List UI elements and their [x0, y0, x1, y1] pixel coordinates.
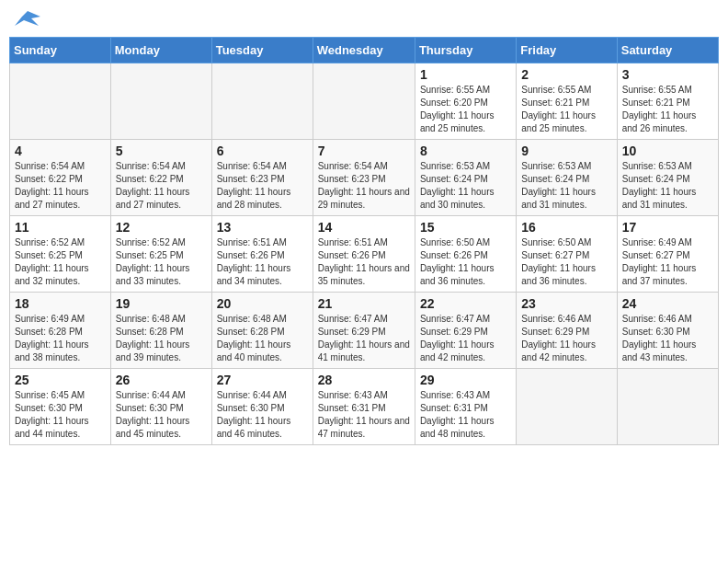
calendar-header-friday: Friday — [517, 38, 617, 63]
calendar-cell: 17Sunrise: 6:49 AM Sunset: 6:27 PM Dayli… — [617, 216, 718, 293]
calendar-cell — [617, 369, 718, 445]
calendar-cell: 9Sunrise: 6:53 AM Sunset: 6:24 PM Daylig… — [517, 140, 617, 216]
calendar-cell: 2Sunrise: 6:55 AM Sunset: 6:21 PM Daylig… — [517, 63, 617, 140]
day-number: 2 — [521, 67, 611, 82]
calendar-cell: 29Sunrise: 6:43 AM Sunset: 6:31 PM Dayli… — [415, 369, 516, 445]
day-info: Sunrise: 6:50 AM Sunset: 6:26 PM Dayligh… — [420, 236, 511, 288]
day-info: Sunrise: 6:46 AM Sunset: 6:30 PM Dayligh… — [622, 313, 713, 364]
day-number: 12 — [116, 220, 207, 235]
calendar-header-sunday: Sunday — [10, 38, 111, 63]
calendar-week-4: 18Sunrise: 6:49 AM Sunset: 6:28 PM Dayli… — [10, 293, 719, 369]
day-number: 7 — [318, 144, 410, 158]
day-info: Sunrise: 6:55 AM Sunset: 6:21 PM Dayligh… — [521, 84, 611, 135]
day-info: Sunrise: 6:52 AM Sunset: 6:25 PM Dayligh… — [15, 236, 106, 288]
logo — [13, 9, 40, 29]
day-info: Sunrise: 6:48 AM Sunset: 6:28 PM Dayligh… — [217, 313, 308, 364]
day-info: Sunrise: 6:51 AM Sunset: 6:26 PM Dayligh… — [217, 236, 308, 288]
day-info: Sunrise: 6:49 AM Sunset: 6:28 PM Dayligh… — [15, 313, 106, 364]
calendar-week-1: 1Sunrise: 6:55 AM Sunset: 6:20 PM Daylig… — [10, 63, 719, 140]
day-number: 4 — [15, 144, 106, 158]
day-info: Sunrise: 6:54 AM Sunset: 6:23 PM Dayligh… — [318, 160, 410, 212]
day-number: 11 — [15, 220, 106, 235]
day-number: 18 — [15, 296, 106, 311]
calendar-cell — [517, 369, 617, 445]
calendar-cell: 18Sunrise: 6:49 AM Sunset: 6:28 PM Dayli… — [10, 293, 111, 369]
day-info: Sunrise: 6:46 AM Sunset: 6:29 PM Dayligh… — [521, 313, 611, 364]
calendar-cell — [10, 63, 111, 140]
calendar-cell: 22Sunrise: 6:47 AM Sunset: 6:29 PM Dayli… — [415, 293, 516, 369]
day-number: 20 — [217, 296, 308, 311]
calendar-cell: 24Sunrise: 6:46 AM Sunset: 6:30 PM Dayli… — [617, 293, 718, 369]
day-info: Sunrise: 6:53 AM Sunset: 6:24 PM Dayligh… — [420, 160, 511, 212]
calendar-cell: 8Sunrise: 6:53 AM Sunset: 6:24 PM Daylig… — [415, 140, 516, 216]
day-info: Sunrise: 6:44 AM Sunset: 6:30 PM Dayligh… — [116, 389, 207, 441]
day-number: 3 — [622, 67, 713, 82]
calendar-body: 1Sunrise: 6:55 AM Sunset: 6:20 PM Daylig… — [10, 63, 719, 445]
day-number: 29 — [420, 373, 511, 387]
day-number: 6 — [217, 144, 308, 158]
day-number: 8 — [420, 144, 511, 158]
calendar-cell — [313, 63, 415, 140]
day-number: 15 — [420, 220, 511, 235]
calendar-cell — [110, 63, 211, 140]
calendar-cell: 19Sunrise: 6:48 AM Sunset: 6:28 PM Dayli… — [110, 293, 211, 369]
day-info: Sunrise: 6:49 AM Sunset: 6:27 PM Dayligh… — [622, 236, 713, 288]
day-number: 14 — [318, 220, 410, 235]
day-info: Sunrise: 6:45 AM Sunset: 6:30 PM Dayligh… — [15, 389, 106, 441]
day-number: 24 — [622, 296, 713, 311]
calendar-cell: 25Sunrise: 6:45 AM Sunset: 6:30 PM Dayli… — [10, 369, 111, 445]
calendar-cell: 20Sunrise: 6:48 AM Sunset: 6:28 PM Dayli… — [211, 293, 313, 369]
calendar-cell: 12Sunrise: 6:52 AM Sunset: 6:25 PM Dayli… — [110, 216, 211, 293]
calendar-cell: 6Sunrise: 6:54 AM Sunset: 6:23 PM Daylig… — [211, 140, 313, 216]
day-info: Sunrise: 6:54 AM Sunset: 6:22 PM Dayligh… — [116, 160, 207, 212]
day-number: 28 — [318, 373, 410, 387]
day-info: Sunrise: 6:55 AM Sunset: 6:21 PM Dayligh… — [622, 84, 713, 135]
day-info: Sunrise: 6:50 AM Sunset: 6:27 PM Dayligh… — [521, 236, 611, 288]
day-number: 27 — [217, 373, 308, 387]
day-info: Sunrise: 6:55 AM Sunset: 6:20 PM Dayligh… — [420, 84, 511, 135]
calendar-cell — [211, 63, 313, 140]
day-number: 26 — [116, 373, 207, 387]
day-number: 9 — [521, 144, 611, 158]
calendar-week-3: 11Sunrise: 6:52 AM Sunset: 6:25 PM Dayli… — [10, 216, 719, 293]
calendar-cell: 10Sunrise: 6:53 AM Sunset: 6:24 PM Dayli… — [617, 140, 718, 216]
day-number: 1 — [420, 67, 511, 82]
calendar-cell: 27Sunrise: 6:44 AM Sunset: 6:30 PM Dayli… — [211, 369, 313, 445]
day-number: 25 — [15, 373, 106, 387]
day-info: Sunrise: 6:44 AM Sunset: 6:30 PM Dayligh… — [217, 389, 308, 441]
calendar-cell: 7Sunrise: 6:54 AM Sunset: 6:23 PM Daylig… — [313, 140, 415, 216]
page-header — [9, 9, 719, 29]
day-number: 10 — [622, 144, 713, 158]
day-number: 5 — [116, 144, 207, 158]
day-number: 16 — [521, 220, 611, 235]
day-info: Sunrise: 6:47 AM Sunset: 6:29 PM Dayligh… — [318, 313, 410, 364]
calendar-table: SundayMondayTuesdayWednesdayThursdayFrid… — [9, 37, 719, 445]
day-info: Sunrise: 6:51 AM Sunset: 6:26 PM Dayligh… — [318, 236, 410, 288]
day-info: Sunrise: 6:43 AM Sunset: 6:31 PM Dayligh… — [318, 389, 410, 441]
day-info: Sunrise: 6:54 AM Sunset: 6:22 PM Dayligh… — [15, 160, 106, 212]
calendar-cell: 16Sunrise: 6:50 AM Sunset: 6:27 PM Dayli… — [517, 216, 617, 293]
day-number: 13 — [217, 220, 308, 235]
calendar-header-tuesday: Tuesday — [211, 38, 313, 63]
calendar-header-saturday: Saturday — [617, 38, 718, 63]
calendar-cell: 11Sunrise: 6:52 AM Sunset: 6:25 PM Dayli… — [10, 216, 111, 293]
calendar-header-monday: Monday — [110, 38, 211, 63]
day-info: Sunrise: 6:53 AM Sunset: 6:24 PM Dayligh… — [622, 160, 713, 212]
calendar-cell: 21Sunrise: 6:47 AM Sunset: 6:29 PM Dayli… — [313, 293, 415, 369]
calendar-week-5: 25Sunrise: 6:45 AM Sunset: 6:30 PM Dayli… — [10, 369, 719, 445]
calendar-header-thursday: Thursday — [415, 38, 516, 63]
day-number: 22 — [420, 296, 511, 311]
calendar-header-wednesday: Wednesday — [313, 38, 415, 63]
day-number: 17 — [622, 220, 713, 235]
calendar-cell: 15Sunrise: 6:50 AM Sunset: 6:26 PM Dayli… — [415, 216, 516, 293]
calendar-cell: 26Sunrise: 6:44 AM Sunset: 6:30 PM Dayli… — [110, 369, 211, 445]
calendar-cell: 3Sunrise: 6:55 AM Sunset: 6:21 PM Daylig… — [617, 63, 718, 140]
day-number: 23 — [521, 296, 611, 311]
calendar-cell: 14Sunrise: 6:51 AM Sunset: 6:26 PM Dayli… — [313, 216, 415, 293]
calendar-cell: 1Sunrise: 6:55 AM Sunset: 6:20 PM Daylig… — [415, 63, 516, 140]
logo-bird-icon — [15, 9, 40, 29]
day-info: Sunrise: 6:47 AM Sunset: 6:29 PM Dayligh… — [420, 313, 511, 364]
calendar-cell: 4Sunrise: 6:54 AM Sunset: 6:22 PM Daylig… — [10, 140, 111, 216]
day-info: Sunrise: 6:52 AM Sunset: 6:25 PM Dayligh… — [116, 236, 207, 288]
day-info: Sunrise: 6:48 AM Sunset: 6:28 PM Dayligh… — [116, 313, 207, 364]
